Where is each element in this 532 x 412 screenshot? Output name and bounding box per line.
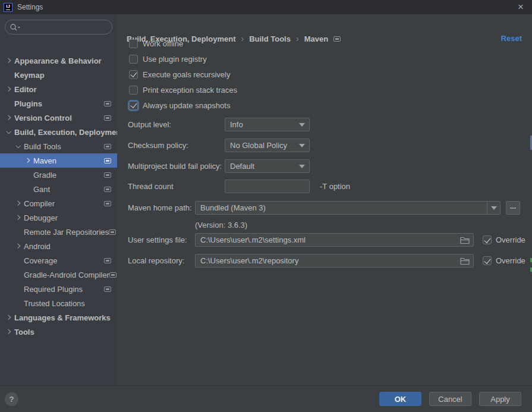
checkbox-checked-icon[interactable]	[129, 101, 138, 110]
maven-home-combobox[interactable]: Bundled (Maven 3)	[195, 201, 500, 215]
sidebar-item-appearance-behavior[interactable]: Appearance & Behavior	[0, 54, 117, 68]
checkbox-work-offline[interactable]: Work offline	[129, 36, 237, 51]
intellij-logo-icon: IJ	[4, 3, 12, 12]
checkbox-icon[interactable]	[129, 86, 138, 95]
checkbox-icon[interactable]	[129, 39, 138, 48]
sidebar-item-gant[interactable]: Gant	[0, 182, 117, 196]
sidebar-item-debugger[interactable]: Debugger	[0, 210, 117, 225]
ok-button[interactable]: OK	[379, 392, 421, 406]
maven-options-group: Work offline Use plugin registry Execute…	[129, 36, 237, 113]
monitor-icon	[109, 272, 117, 278]
local-repository-input[interactable]: C:\Users\user\.m2\repository	[195, 254, 474, 268]
output-level-row: Output level: Info	[117, 118, 532, 131]
monitor-icon	[104, 158, 111, 163]
user-settings-row: User settings file: C:\Users\user\.m2\se…	[117, 233, 532, 247]
monitor-icon	[104, 201, 111, 206]
sidebar-item-compiler[interactable]: Compiler	[0, 196, 117, 210]
chevron-right-icon	[5, 56, 13, 65]
multiproject-policy-row: Multiproject build fail policy: Default	[117, 159, 532, 173]
folder-icon[interactable]	[460, 257, 470, 265]
local-repository-override[interactable]: Override	[483, 254, 525, 268]
apply-button[interactable]: Apply	[479, 392, 521, 406]
breadcrumb-item: Maven	[304, 34, 328, 43]
dropdown-arrow-icon	[299, 123, 305, 127]
chevron-right-icon	[24, 156, 32, 165]
reset-link[interactable]: Reset	[501, 34, 522, 43]
chevron-right-icon	[5, 114, 13, 122]
chevron-right-icon	[5, 328, 13, 336]
search-icon	[10, 23, 21, 32]
sidebar-item-remote-jar-repositories[interactable]: Remote Jar Repositories	[0, 225, 117, 239]
maven-home-row: Maven home path: Bundled (Maven 3) ...	[117, 201, 532, 215]
search-input[interactable]	[5, 20, 112, 34]
checkbox-checked-icon[interactable]	[483, 235, 492, 244]
chevron-down-icon	[18, 27, 20, 29]
dropdown-arrow-icon	[299, 144, 305, 147]
monitor-icon	[104, 258, 111, 263]
sidebar-item-build-execution-deployment[interactable]: Build, Execution, Deployment	[0, 125, 117, 139]
t-option-label: -T option	[320, 180, 350, 193]
maven-version-note: (Version: 3.6.3)	[195, 221, 247, 229]
chevron-right-icon	[5, 85, 13, 93]
multiproject-policy-select[interactable]: Default	[225, 159, 310, 173]
thread-count-input[interactable]	[225, 180, 310, 193]
monitor-icon	[104, 144, 111, 149]
checksum-policy-select[interactable]: No Global Policy	[225, 139, 310, 152]
checkbox-checked-icon[interactable]	[129, 70, 138, 79]
chevron-right-icon	[14, 199, 23, 207]
dialog-footer: ? OK Cancel Apply	[0, 385, 532, 412]
sidebar-item-editor[interactable]: Editor	[0, 82, 117, 96]
user-settings-input[interactable]: C:\Users\user\.m2\settings.xml	[195, 233, 474, 247]
sidebar-item-tools[interactable]: Tools	[0, 325, 117, 339]
chevron-right-icon	[14, 242, 23, 250]
checkbox-icon[interactable]	[129, 55, 138, 64]
sidebar-item-maven[interactable]: Maven	[0, 153, 117, 168]
sidebar-item-languages-frameworks[interactable]: Languages & Frameworks	[0, 310, 117, 325]
dropdown-arrow-icon	[491, 206, 497, 210]
sidebar-item-version-control[interactable]: Version Control	[0, 111, 117, 125]
checkbox-checked-icon[interactable]	[483, 256, 492, 265]
settings-tree: Appearance & Behavior Keymap Editor Plug…	[0, 54, 117, 339]
sidebar-item-required-plugins[interactable]: Required Plugins	[0, 282, 117, 296]
checkbox-use-plugin-registry[interactable]: Use plugin registry	[129, 51, 237, 67]
checkbox-print-exception-stack-traces[interactable]: Print exception stack traces	[129, 82, 237, 98]
chevron-down-icon	[14, 142, 23, 150]
monitor-icon	[333, 36, 341, 42]
chevron-right-icon	[14, 213, 23, 222]
close-icon[interactable]: ×	[518, 1, 524, 14]
monitor-icon	[109, 229, 116, 235]
settings-sidebar: Appearance & Behavior Keymap Editor Plug…	[0, 14, 117, 385]
cancel-button[interactable]: Cancel	[429, 392, 471, 406]
combobox-arrow-button[interactable]	[487, 202, 500, 214]
browse-button[interactable]: ...	[506, 201, 520, 215]
breadcrumb-item[interactable]: Build Tools	[249, 34, 291, 43]
sidebar-item-plugins[interactable]: Plugins	[0, 96, 117, 111]
help-button[interactable]: ?	[5, 392, 18, 406]
sidebar-item-coverage[interactable]: Coverage	[0, 253, 117, 268]
monitor-icon	[104, 287, 111, 292]
dialog-buttons: OK Cancel Apply	[379, 392, 521, 406]
chevron-right-icon	[5, 313, 13, 322]
local-repository-row: Local repository: C:\Users\user\.m2\repo…	[117, 254, 532, 268]
sidebar-item-build-tools[interactable]: Build Tools	[0, 139, 117, 153]
sidebar-item-android[interactable]: Android	[0, 239, 117, 253]
sidebar-item-gradle[interactable]: Gradle	[0, 168, 117, 182]
sidebar-item-gradle-android-compiler[interactable]: Gradle-Android Compiler	[0, 268, 117, 282]
checkbox-execute-goals-recursively[interactable]: Execute goals recursively	[129, 67, 237, 82]
title-bar: IJ Settings ×	[0, 0, 532, 14]
checkbox-always-update-snapshots[interactable]: Always update snapshots	[129, 98, 237, 113]
monitor-icon	[104, 115, 111, 121]
checksum-policy-row: Checksum policy: No Global Policy	[117, 139, 532, 152]
window-title: Settings	[17, 3, 43, 11]
sidebar-item-keymap[interactable]: Keymap	[0, 68, 117, 82]
monitor-icon	[104, 172, 111, 178]
monitor-icon	[104, 101, 111, 106]
user-settings-override[interactable]: Override	[483, 233, 525, 247]
output-level-select[interactable]: Info	[225, 118, 310, 131]
sidebar-item-trusted-locations[interactable]: Trusted Locations	[0, 296, 117, 310]
chevron-down-icon	[5, 128, 13, 136]
folder-icon[interactable]	[460, 236, 470, 244]
monitor-icon	[104, 187, 111, 192]
maven-settings-panel: Build, Execution, Deployment › Build Too…	[117, 14, 532, 385]
thread-count-row: Thread count -T option	[117, 180, 532, 193]
